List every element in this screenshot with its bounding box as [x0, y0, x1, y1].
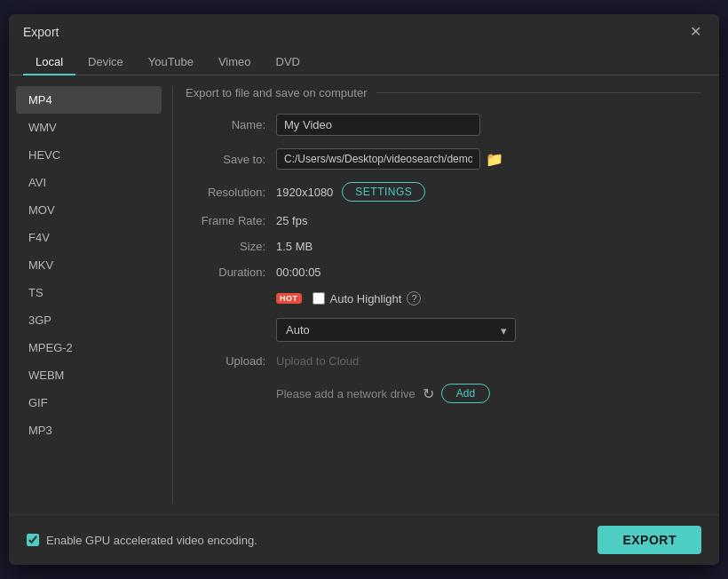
name-label: Name:: [186, 118, 265, 131]
format-item-webm[interactable]: WEBM: [16, 361, 162, 389]
network-drive-row: Please add a network drive ↻ Add: [276, 384, 701, 403]
resolution-label: Resolution:: [186, 186, 265, 199]
tab-local[interactable]: Local: [23, 50, 75, 75]
settings-button[interactable]: SETTINGS: [342, 182, 425, 202]
gpu-row: Enable GPU accelerated video encoding.: [27, 534, 257, 547]
save-path-input[interactable]: [276, 148, 480, 170]
dialog-title: Export: [23, 25, 59, 39]
format-item-wmv[interactable]: WMV: [16, 114, 162, 141]
gpu-checkbox[interactable]: [27, 534, 39, 546]
format-item-mov[interactable]: MOV: [16, 196, 162, 224]
duration-label: Duration:: [186, 266, 265, 279]
auto-highlight-row: HOT Auto Highlight ?: [186, 291, 701, 305]
close-button[interactable]: ✕: [686, 23, 705, 41]
resolution-content: 1920x1080 SETTINGS: [276, 182, 425, 202]
format-item-mp3[interactable]: MP3: [16, 416, 162, 444]
upload-cloud-label: Upload to Cloud: [276, 354, 359, 368]
network-label: Please add a network drive: [276, 387, 415, 401]
name-input[interactable]: [276, 114, 480, 136]
frame-rate-value: 25 fps: [276, 214, 307, 227]
format-item-avi[interactable]: AVI: [16, 169, 162, 196]
tab-youtube[interactable]: YouTube: [136, 50, 206, 75]
add-button[interactable]: Add: [441, 384, 490, 403]
tab-dvd[interactable]: DVD: [264, 50, 313, 75]
format-item-3gp[interactable]: 3GP: [16, 306, 162, 334]
save-to-field: 📁: [276, 148, 503, 170]
duration-row: Duration: 00:00:05: [186, 266, 701, 279]
format-item-mkv[interactable]: MKV: [16, 251, 162, 279]
auto-select[interactable]: Auto: [276, 318, 516, 342]
upload-row: Upload: Upload to Cloud: [186, 354, 701, 368]
export-description: Export to file and save on computer: [186, 86, 701, 99]
vertical-divider: [172, 86, 173, 504]
auto-highlight-checkbox[interactable]: [313, 292, 325, 305]
dialog-header: Export ✕: [9, 14, 719, 41]
footer: Enable GPU accelerated video encoding. E…: [9, 514, 719, 565]
refresh-icon[interactable]: ↻: [423, 385, 434, 402]
format-item-gif[interactable]: GIF: [16, 389, 162, 416]
format-item-ts[interactable]: TS: [16, 279, 162, 306]
upload-label: Upload:: [186, 354, 265, 368]
resolution-value: 1920x1080: [276, 186, 333, 199]
name-row: Name:: [186, 114, 701, 136]
frame-rate-label: Frame Rate:: [186, 214, 265, 227]
size-value: 1.5 MB: [276, 240, 313, 253]
folder-icon[interactable]: 📁: [486, 151, 503, 168]
auto-select-wrapper: Auto: [276, 318, 516, 342]
save-to-row: Save to: 📁: [186, 148, 701, 170]
resolution-row: Resolution: 1920x1080 SETTINGS: [186, 182, 701, 202]
format-item-mp4[interactable]: MP4: [16, 86, 162, 114]
format-list: MP4 WMV HEVC AVI MOV F4V MKV TS 3GP MPEG…: [9, 86, 169, 504]
export-button[interactable]: EXPORT: [597, 526, 701, 554]
help-icon[interactable]: ?: [407, 291, 421, 305]
save-to-label: Save to:: [186, 153, 265, 166]
frame-rate-row: Frame Rate: 25 fps: [186, 214, 701, 227]
main-panel: Export to file and save on computer Name…: [177, 86, 719, 504]
hot-badge: HOT: [276, 293, 302, 304]
format-item-mpeg2[interactable]: MPEG-2: [16, 334, 162, 361]
duration-value: 00:00:05: [276, 266, 321, 279]
auto-highlight-content: HOT Auto Highlight ?: [276, 291, 421, 305]
export-dialog: Export ✕ Local Device YouTube Vimeo DVD …: [9, 14, 719, 565]
tab-device[interactable]: Device: [75, 50, 136, 75]
size-row: Size: 1.5 MB: [186, 240, 701, 253]
tabs-bar: Local Device YouTube Vimeo DVD: [9, 44, 719, 75]
auto-highlight-label: Auto Highlight: [330, 292, 402, 305]
auto-select-row: Auto: [186, 318, 701, 342]
format-item-f4v[interactable]: F4V: [16, 224, 162, 251]
gpu-label: Enable GPU accelerated video encoding.: [46, 534, 257, 547]
content-area: MP4 WMV HEVC AVI MOV F4V MKV TS 3GP MPEG…: [9, 75, 719, 514]
format-item-hevc[interactable]: HEVC: [16, 141, 162, 169]
size-label: Size:: [186, 240, 265, 253]
tab-vimeo[interactable]: Vimeo: [206, 50, 264, 75]
